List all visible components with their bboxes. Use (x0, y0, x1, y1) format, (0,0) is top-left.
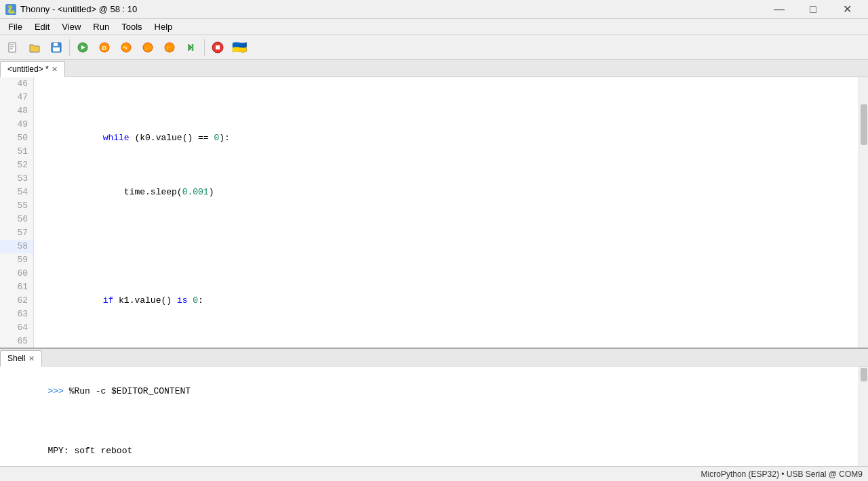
line-num-46: 46 (0, 77, 33, 91)
menu-run[interactable]: Run (87, 20, 115, 33)
new-button[interactable] (3, 37, 23, 58)
line-num-47: 47 (0, 91, 33, 104)
editor-scrollbar-thumb[interactable] (861, 104, 867, 145)
line-num-49: 49 (0, 118, 33, 131)
shell-scrollbar-thumb[interactable] (861, 368, 867, 381)
stop-button[interactable] (208, 37, 228, 58)
shell-blank-line (5, 414, 863, 429)
line-num-57: 57 (0, 226, 33, 240)
svg-rect-6 (53, 47, 60, 51)
shell-output-text: MPY: soft reboot (47, 446, 132, 456)
menu-tools[interactable]: Tools (116, 20, 147, 33)
ukraine-flag[interactable]: 🇺🇦 (229, 37, 250, 58)
code-line-47: time.sleep(0.001) (39, 172, 859, 186)
svg-rect-5 (54, 43, 58, 46)
minimize-button[interactable]: — (764, 0, 795, 19)
code-line-46: while (k0.value() == 0): (39, 118, 859, 131)
separator-1 (69, 39, 70, 56)
menu-view[interactable]: View (56, 20, 86, 33)
shell-scrollbar[interactable] (859, 367, 868, 466)
toolbar: D ↷ ↓ ↑ 🇺🇦 (0, 35, 868, 60)
svg-text:↑: ↑ (167, 45, 170, 51)
line-num-48: 48 (0, 104, 33, 118)
svg-marker-17 (189, 44, 192, 51)
app-icon: 🐍 (5, 4, 16, 15)
shell-content[interactable]: >>> %Run -c $EDITOR_CONTENT MPY: soft re… (0, 367, 868, 466)
code-content[interactable]: while (k0.value() == 0): time.sleep(0.00… (34, 77, 859, 348)
editor-scrollbar[interactable] (859, 77, 868, 348)
run-button[interactable] (73, 37, 93, 58)
svg-rect-20 (216, 45, 220, 49)
shell-prompt: >>> (47, 386, 68, 396)
svg-rect-0 (9, 43, 16, 52)
shell-prompt-line: >>> %Run -c $EDITOR_CONTENT (5, 369, 863, 414)
debug-button[interactable]: D (94, 37, 115, 58)
step-out-button[interactable]: ↑ (159, 37, 180, 58)
line-num-60: 60 (0, 267, 33, 280)
open-button[interactable] (24, 37, 45, 58)
line-num-56: 56 (0, 213, 33, 226)
save-button[interactable] (46, 37, 66, 58)
menu-help[interactable]: Help (149, 20, 178, 33)
line-num-64: 64 (0, 321, 33, 335)
svg-text:↓: ↓ (145, 45, 148, 51)
code-line-50: duty = duty-50 (39, 335, 859, 348)
status-text: MicroPython (ESP32) • USB Serial @ COM9 (701, 469, 863, 479)
separator-2 (204, 39, 205, 56)
editor-tab-untitled[interactable]: <untitled> * ✕ (0, 61, 65, 77)
line-num-51: 51 (0, 145, 33, 159)
menu-bar: File Edit View Run Tools Help (0, 19, 868, 35)
line-num-53: 53 (0, 172, 33, 186)
line-num-54: 54 (0, 186, 33, 199)
status-bar: MicroPython (ESP32) • USB Serial @ COM9 (0, 466, 868, 481)
step-over-button[interactable]: ↷ (116, 37, 136, 58)
shell-tab-bar: Shell ✕ (0, 349, 868, 367)
tab-close-icon[interactable]: ✕ (52, 65, 58, 74)
line-numbers: 46 47 48 49 50 51 52 53 54 55 56 57 58 5… (0, 77, 34, 348)
shell-output-line: MPY: soft reboot (5, 429, 863, 466)
code-line-48 (39, 226, 859, 240)
maximize-button[interactable]: □ (797, 0, 829, 19)
code-line-49: if k1.value() is 0: (39, 280, 859, 294)
window-title: Thonny - <untitled> @ 58 : 10 (20, 4, 137, 14)
shell-command: %Run -c $EDITOR_CONTENT (69, 386, 191, 396)
shell-tab[interactable]: Shell ✕ (0, 350, 42, 367)
close-button[interactable]: ✕ (831, 0, 863, 19)
window-controls: — □ ✕ (764, 0, 863, 19)
line-num-62: 62 (0, 294, 33, 308)
tab-bar: <untitled> * ✕ (0, 60, 868, 77)
line-num-52: 52 (0, 159, 33, 172)
menu-edit[interactable]: Edit (29, 20, 55, 33)
code-editor[interactable]: 46 47 48 49 50 51 52 53 54 55 56 57 58 5… (0, 77, 868, 348)
line-num-58: 58 (0, 240, 33, 253)
line-num-63: 63 (0, 308, 33, 321)
line-num-59: 59 (0, 253, 33, 267)
shell-tab-close-icon[interactable]: ✕ (28, 354, 35, 363)
line-num-61: 61 (0, 280, 33, 294)
resume-button[interactable] (181, 37, 201, 58)
svg-text:D: D (102, 45, 107, 51)
editor-container: 46 47 48 49 50 51 52 53 54 55 56 57 58 5… (0, 77, 868, 466)
shell-panel: Shell ✕ >>> %Run -c $EDITOR_CONTENT MPY:… (0, 348, 868, 466)
tab-label: <untitled> * (7, 64, 49, 74)
shell-tab-label: Shell (7, 354, 26, 363)
step-into-button[interactable]: ↓ (138, 37, 158, 58)
svg-text:↷: ↷ (123, 45, 127, 51)
title-bar-left: 🐍 Thonny - <untitled> @ 58 : 10 (5, 4, 137, 15)
title-bar: 🐍 Thonny - <untitled> @ 58 : 10 — □ ✕ (0, 0, 868, 19)
menu-file[interactable]: File (3, 20, 28, 33)
line-num-55: 55 (0, 199, 33, 213)
line-num-50: 50 (0, 131, 33, 145)
line-num-65: 65 (0, 335, 33, 348)
